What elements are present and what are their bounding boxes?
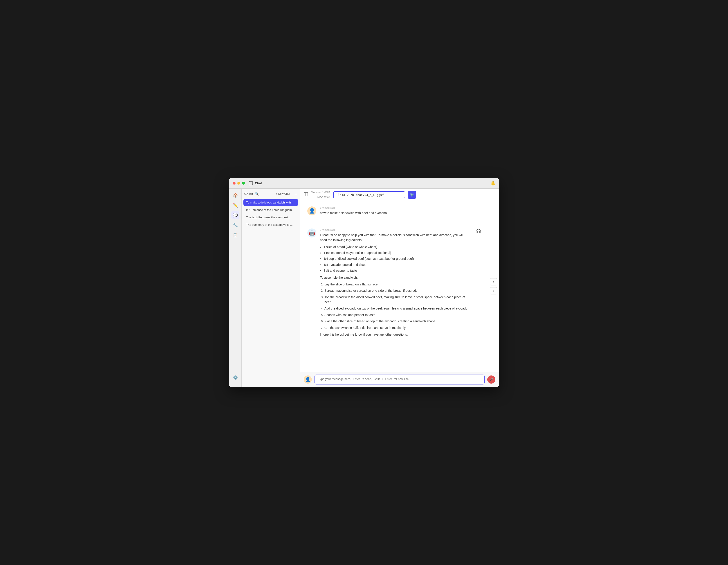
list-item: Lay the slice of bread on a flat surface…: [324, 282, 471, 287]
list-item: 1 slice of bread (white or whole wheat): [324, 244, 471, 249]
chat-item[interactable]: In "Romance of the Three Kingdom...: [243, 206, 298, 213]
ingredients-list: 1 slice of bread (white or whole wheat) …: [324, 244, 471, 273]
message-time-ai: 5 minutes ago: [320, 228, 471, 231]
model-settings-button[interactable]: ⚙️: [408, 191, 416, 199]
svg-rect-0: [249, 181, 253, 185]
tts-button[interactable]: 🎧: [476, 228, 481, 337]
scroll-down-button[interactable]: ↓: [490, 287, 497, 295]
close-button[interactable]: [233, 182, 236, 184]
chat-window-icon: [249, 181, 253, 185]
search-chats-button[interactable]: 🔍: [255, 192, 259, 195]
chat-item[interactable]: To make a delicious sandwich with...: [243, 199, 298, 206]
list-item: Cut the sandwich in half, if desired, an…: [324, 325, 471, 330]
sidebar-toggle-button[interactable]: [304, 192, 308, 198]
notification-bell[interactable]: 🔔: [490, 181, 495, 186]
steps-list: Lay the slice of bread on a flat surface…: [324, 282, 471, 330]
list-item: Place the other slice of bread on top of…: [324, 319, 471, 324]
sidebar-item-documents[interactable]: 📋: [231, 231, 239, 239]
chat-item[interactable]: The text discusses the strongest ...: [243, 214, 298, 221]
icon-sidebar: 🏠 ✏️ 💬 🔧 📋 ⚙️: [229, 189, 242, 387]
chat-item[interactable]: The summary of the text above is ...: [243, 221, 298, 228]
sidebar-item-tools[interactable]: 🔧: [231, 221, 239, 229]
message-divider: [307, 223, 481, 223]
new-chat-button[interactable]: + New Chat: [274, 191, 292, 196]
message-content-user: 5 minutes ago how to make a sandwich wit…: [320, 206, 481, 215]
chat-list: To make a delicious sandwich with... In …: [242, 198, 300, 229]
microphone-button[interactable]: 🎤: [487, 376, 495, 384]
message-text-user: how to make a sandwich with beef and avo…: [320, 210, 481, 215]
message-time: 5 minutes ago: [320, 206, 481, 209]
chats-title: Chats: [244, 192, 253, 195]
assembly-header: To assemble the sandwich:: [320, 275, 471, 280]
list-item: Top the bread with the diced cooked beef…: [324, 295, 471, 305]
maximize-button[interactable]: [242, 182, 245, 184]
list-item: 1 tablespoon of mayonnaise or spread (op…: [324, 250, 471, 255]
message-input[interactable]: [315, 375, 485, 385]
minimize-button[interactable]: [237, 182, 240, 184]
chat-area: Memory: 1.0GiB CPU: 0.0% ⚙️ 👤 5 minutes …: [300, 189, 499, 387]
messages-container: 👤 5 minutes ago how to make a sandwich w…: [300, 201, 488, 372]
ai-intro: Great! I'd be happy to help you with tha…: [320, 232, 471, 243]
ai-avatar: 🤖: [307, 228, 316, 237]
sidebar-item-chat[interactable]: 💬: [231, 211, 239, 219]
model-input[interactable]: [333, 191, 405, 198]
top-bar: Memory: 1.0GiB CPU: 0.0% ⚙️: [300, 189, 499, 201]
sidebar-item-home[interactable]: 🏠: [231, 191, 239, 199]
scroll-buttons: ↑ ↓: [488, 201, 499, 372]
svg-rect-2: [304, 192, 308, 196]
sidebar-item-settings[interactable]: ⚙️: [231, 374, 239, 382]
traffic-lights: [233, 182, 245, 184]
message-user: 👤 5 minutes ago how to make a sandwich w…: [307, 206, 481, 215]
scroll-up-button[interactable]: ↑: [490, 278, 497, 286]
titlebar: Chat 🔔: [229, 178, 499, 189]
window-title: Chat: [249, 181, 262, 185]
chats-sidebar: Chats 🔍 + New Chat ⋯ To make a delicious…: [242, 189, 300, 387]
ai-outro: I hope this helps! Let me know if you ha…: [320, 332, 471, 337]
content-area: 👤 5 minutes ago how to make a sandwich w…: [300, 201, 499, 372]
user-avatar: 👤: [307, 206, 316, 215]
list-item: 1/4 avocado, peeled and diced: [324, 262, 471, 267]
message-text-ai: Great! I'd be happy to help you with tha…: [320, 232, 471, 337]
list-item: 1/4 cup of diced cooked beef (such as ro…: [324, 256, 471, 261]
chats-header: Chats 🔍 + New Chat ⋯: [242, 189, 300, 198]
list-item: Add the diced avocado on top of the beef…: [324, 306, 471, 311]
more-options-button[interactable]: ⋯: [294, 192, 297, 196]
sidebar-item-edit[interactable]: ✏️: [231, 201, 239, 209]
list-item: Season with salt and pepper to taste.: [324, 313, 471, 318]
list-item: Salt and pepper to taste: [324, 268, 471, 273]
input-area: 👤 🎤: [300, 372, 499, 387]
message-content-ai: 5 minutes ago Great! I'd be happy to hel…: [320, 228, 471, 337]
list-item: Spread mayonnaise or spread on one side …: [324, 288, 471, 293]
message-ai: 🤖 5 minutes ago Great! I'd be happy to h…: [307, 228, 481, 337]
input-user-avatar: 👤: [304, 376, 312, 384]
memory-info: Memory: 1.0GiB CPU: 0.0%: [311, 190, 330, 199]
